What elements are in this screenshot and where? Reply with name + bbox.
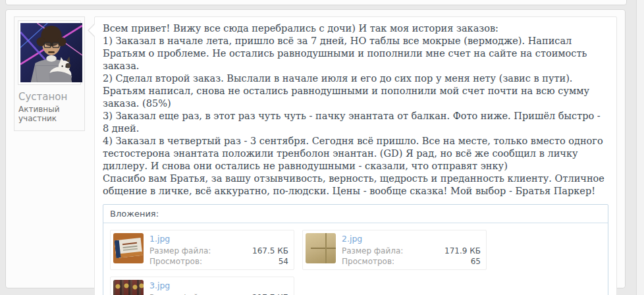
views-value: 65 xyxy=(471,256,481,267)
attachment-item[interactable]: 3.jpg Размер файла: 217.7 КБ Просмотров:… xyxy=(110,277,294,295)
username[interactable]: Сустанон xyxy=(18,91,80,103)
attachment-filename[interactable]: 2.jpg xyxy=(342,234,481,244)
avatar-frame xyxy=(18,20,81,85)
user-block: Сустанон Активный участник xyxy=(14,16,85,131)
size-label: Размер файла: xyxy=(149,246,211,256)
attachment-thumbnail[interactable] xyxy=(306,233,336,263)
user-info-column: Сустанон Активный участник xyxy=(14,16,94,281)
attachment-size-row: Размер файла: 217.7 КБ xyxy=(149,292,288,295)
attachment-size-row: Размер файла: 167.5 КБ xyxy=(149,246,288,256)
attachment-item[interactable]: 2.jpg Размер файла: 171.9 КБ Просмотров:… xyxy=(302,230,487,270)
message-bubble: Всем привет! Вижу все сюда перебрались с… xyxy=(94,16,617,295)
page-right-gutter xyxy=(636,0,644,295)
size-label: Размер файла: xyxy=(149,292,211,295)
avatar-image[interactable] xyxy=(20,23,82,82)
user-title: Активный участник xyxy=(18,105,80,123)
message-text: Всем привет! Вижу все сюда перебрались с… xyxy=(103,22,608,198)
attachments-header: Вложения: xyxy=(103,205,608,223)
attachment-views-row: Просмотров: 65 xyxy=(342,256,481,267)
views-label: Просмотров: xyxy=(149,256,202,267)
attachment-info: 3.jpg Размер файла: 217.7 КБ Просмотров:… xyxy=(149,280,291,295)
attachment-filename[interactable]: 1.jpg xyxy=(149,234,288,244)
attachment-thumbnail[interactable] xyxy=(113,280,144,295)
size-label: Размер файла: xyxy=(342,246,403,256)
message-column: Всем привет! Вижу все сюда перебрались с… xyxy=(94,16,617,281)
attachment-info: 1.jpg Размер файла: 167.5 КБ Просмотров:… xyxy=(149,233,291,267)
size-value: 217.7 КБ xyxy=(252,292,288,295)
forum-post: Сустанон Активный участник Всем привет! … xyxy=(5,9,626,288)
views-label: Просмотров: xyxy=(342,256,394,267)
size-value: 171.9 КБ xyxy=(444,246,481,256)
attachment-views-row: Просмотров: 54 xyxy=(149,256,288,267)
attachments-block: Вложения: 1.jpg Размер файла: 167.5 КБ П… xyxy=(103,204,608,295)
previous-post-fragment xyxy=(5,0,627,5)
attachment-info: 2.jpg Размер файла: 171.9 КБ Просмотров:… xyxy=(342,233,483,267)
attachment-filename[interactable]: 3.jpg xyxy=(149,281,288,290)
attachment-item[interactable]: 1.jpg Размер файла: 167.5 КБ Просмотров:… xyxy=(110,230,294,270)
attachment-size-row: Размер файла: 171.9 КБ xyxy=(342,246,481,256)
attachments-list: 1.jpg Размер файла: 167.5 КБ Просмотров:… xyxy=(103,223,608,295)
size-value: 167.5 КБ xyxy=(252,246,288,256)
attachment-thumbnail[interactable] xyxy=(113,233,144,263)
views-value: 54 xyxy=(279,256,288,267)
